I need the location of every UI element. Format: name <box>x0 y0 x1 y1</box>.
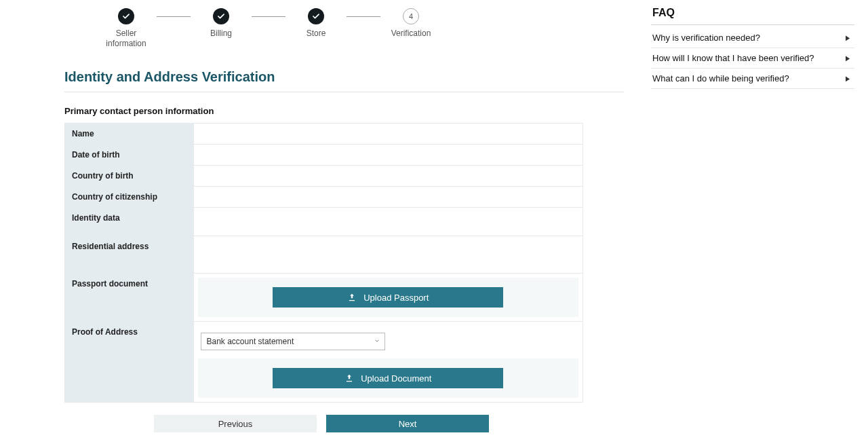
row-cob: Country of birth <box>65 166 583 187</box>
section-subhead: Primary contact person information <box>64 106 624 116</box>
value-residential <box>194 236 583 274</box>
faq-title: FAQ <box>651 7 854 25</box>
upload-passport-button[interactable]: Upload Passport <box>273 287 503 308</box>
label-dob: Date of birth <box>65 145 194 166</box>
step-connector <box>157 16 191 17</box>
faq-item-label: Why is verification needed? <box>652 33 760 43</box>
step-number-icon: 4 <box>403 8 419 24</box>
label-residential: Residential address <box>65 236 194 274</box>
step-connector <box>252 16 285 17</box>
row-name: Name <box>65 124 583 145</box>
verification-table: Name Date of birth Country of birth Coun… <box>64 123 583 403</box>
faq-item-how-know[interactable]: How will I know that I have been verifie… <box>651 48 854 69</box>
faq-item-label: How will I know that I have been verifie… <box>652 53 814 63</box>
step-connector <box>347 16 380 17</box>
chevron-right-icon: ▶ <box>846 34 850 41</box>
step-label: Seller information <box>96 29 157 49</box>
step-billing: Billing <box>191 8 252 49</box>
row-residential: Residential address <box>65 236 583 274</box>
row-dob: Date of birth <box>65 145 583 166</box>
row-identity-data: Identity data <box>65 208 583 236</box>
poa-upload-zone: Upload Document <box>198 358 579 398</box>
upload-passport-label: Upload Passport <box>363 293 429 303</box>
next-button[interactable]: Next <box>326 415 489 432</box>
previous-button[interactable]: Previous <box>154 415 317 432</box>
poa-type-select[interactable]: Bank account statement <box>201 333 385 350</box>
label-coc: Country of citizenship <box>65 187 194 208</box>
step-label: Verification <box>391 29 431 49</box>
label-passport: Passport document <box>65 274 194 322</box>
step-store: Store <box>285 8 347 49</box>
check-icon <box>213 8 229 24</box>
passport-upload-zone: Upload Passport <box>198 278 579 317</box>
faq-panel: FAQ Why is verification needed? ▶ How wi… <box>651 0 854 446</box>
step-seller-info: Seller information <box>96 8 157 49</box>
check-icon <box>308 8 324 24</box>
upload-icon <box>344 373 354 383</box>
value-dob <box>194 145 583 166</box>
value-identity-data <box>194 208 583 236</box>
faq-item-why-needed[interactable]: Why is verification needed? ▶ <box>651 28 854 48</box>
progress-stepper: Seller information Billing Store 4 Verif… <box>96 8 624 49</box>
faq-item-while-verified[interactable]: What can I do while being verified? ▶ <box>651 69 854 89</box>
chevron-right-icon: ▶ <box>846 54 850 62</box>
faq-item-label: What can I do while being verified? <box>652 73 789 83</box>
row-passport-doc: Passport document Upload Passport <box>65 274 583 322</box>
upload-document-label: Upload Document <box>361 373 431 384</box>
step-label: Billing <box>210 29 232 49</box>
label-name: Name <box>65 124 194 145</box>
row-proof-of-address: Proof of Address Bank account statement <box>65 322 583 403</box>
upload-icon <box>347 293 357 302</box>
value-coc <box>194 187 583 208</box>
step-label: Store <box>307 29 326 49</box>
value-cob <box>194 166 583 187</box>
label-poa: Proof of Address <box>65 322 194 403</box>
row-coc: Country of citizenship <box>65 187 583 208</box>
page-title: Identity and Address Verification <box>64 69 624 92</box>
nav-buttons: Previous Next <box>154 415 624 432</box>
step-verification: 4 Verification <box>380 8 441 49</box>
check-icon <box>118 8 134 24</box>
chevron-right-icon: ▶ <box>846 75 850 82</box>
label-identity-data: Identity data <box>65 208 194 236</box>
label-cob: Country of birth <box>65 166 194 187</box>
value-name <box>194 124 583 145</box>
upload-document-button[interactable]: Upload Document <box>273 368 503 388</box>
